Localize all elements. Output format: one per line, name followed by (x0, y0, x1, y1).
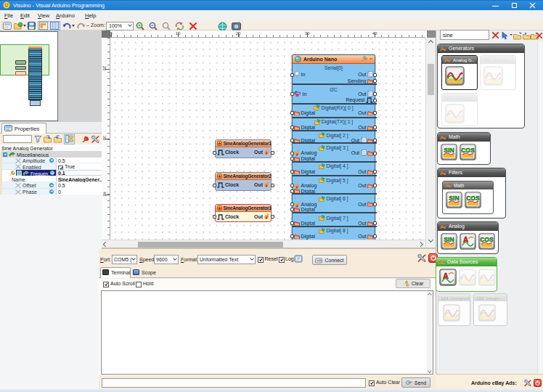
svg-text:COS: COS (480, 236, 494, 243)
svg-text:COS: COS (466, 195, 480, 202)
svg-text:COS: COS (461, 147, 475, 154)
